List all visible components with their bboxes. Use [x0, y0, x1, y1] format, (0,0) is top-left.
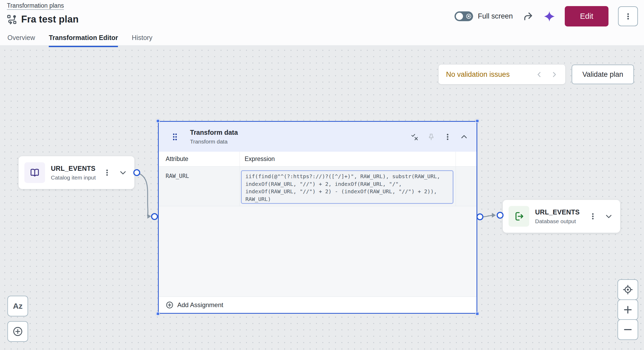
transform-node[interactable]: Transform data Transform data [158, 121, 477, 314]
pin-button[interactable] [427, 133, 435, 141]
validation-status-pill: No validation issues [439, 65, 565, 84]
database-output-icon-box [509, 206, 529, 227]
tab-bar: Overview Transformation Editor History [7, 34, 152, 47]
plan-icon [6, 14, 17, 25]
chevron-down-icon [605, 212, 613, 220]
input-node-texts: URL_EVENTS Catalog item input [51, 165, 96, 181]
book-icon [29, 167, 40, 178]
input-node-subtitle: Catalog item input [51, 174, 96, 181]
share-button[interactable] [522, 11, 534, 22]
transform-node-toolbar [411, 133, 477, 141]
selection-handle[interactable] [475, 312, 479, 316]
attribute-cell: RAW_URL [159, 167, 240, 206]
fullscreen-label: Full screen [478, 12, 513, 20]
tab-transformation-editor[interactable]: Transformation Editor [49, 34, 118, 47]
validation-issue-nav [536, 71, 558, 78]
validation-toggle-button[interactable] [411, 133, 419, 141]
output-node-subtitle: Database output [535, 218, 580, 225]
share-icon [522, 11, 534, 22]
validate-plan-button[interactable]: Validate plan [572, 65, 634, 84]
transform-node-output-port[interactable] [477, 213, 483, 220]
collapse-node-button[interactable] [460, 133, 468, 141]
expression-editor[interactable]: iif(find(@"^(?:https?://)?([^/]+)", RAW_… [241, 170, 453, 204]
previous-issue-button[interactable] [536, 71, 543, 78]
column-header-attribute: Attribute [159, 152, 240, 166]
recenter-button[interactable] [617, 279, 638, 300]
sparkle-icon [544, 11, 555, 22]
input-node-actions [103, 169, 127, 177]
add-node-button[interactable] [7, 321, 28, 342]
ai-assist-button[interactable] [544, 11, 555, 22]
row-actions-cell [456, 167, 477, 206]
selection-handle[interactable] [475, 119, 479, 123]
chevron-up-icon [460, 133, 468, 141]
assignment-table-header: Attribute Expression [159, 152, 477, 167]
output-node-expand-button[interactable] [605, 212, 613, 220]
check-x-icon [411, 133, 419, 141]
page-title: Fra test plan [21, 14, 79, 25]
pin-icon [427, 133, 435, 141]
zoom-in-button[interactable] [617, 299, 638, 320]
connector-arrowhead [492, 213, 496, 218]
add-assignment-label: Add Assignment [177, 301, 223, 309]
page-header: Transformation plans Fra test plan Overv… [0, 0, 644, 46]
kebab-icon [589, 212, 597, 220]
output-node-menu-button[interactable] [589, 212, 597, 220]
input-node-menu-button[interactable] [103, 169, 111, 177]
selection-handle[interactable] [156, 119, 160, 123]
chevron-right-icon [551, 71, 558, 78]
column-header-expression: Expression [240, 152, 456, 166]
catalog-input-icon-box [24, 162, 45, 183]
chevron-left-icon [536, 71, 543, 78]
transform-node-header: Transform data Transform data [159, 122, 477, 152]
fullscreen-toggle[interactable] [455, 11, 473, 21]
column-header-actions [456, 152, 477, 166]
toggle-knob [456, 13, 463, 20]
next-issue-button[interactable] [551, 71, 558, 78]
kebab-icon [624, 12, 632, 20]
plus-circle-icon [166, 301, 174, 309]
drag-handle[interactable] [172, 133, 178, 141]
connector-transform-to-output [483, 215, 492, 217]
assignment-table-empty-area [159, 206, 477, 297]
export-icon [513, 211, 524, 222]
validation-message: No validation issues [446, 70, 510, 79]
input-node-title: URL_EVENTS [51, 165, 96, 172]
transform-node-menu-button[interactable] [444, 133, 452, 141]
input-node-card[interactable]: URL_EVENTS Catalog item input [19, 156, 134, 189]
toggle-x-icon [466, 14, 471, 19]
transform-node-subtitle: Transform data [190, 138, 238, 145]
sort-layout-button[interactable]: Az [7, 296, 28, 316]
breadcrumb[interactable]: Transformation plans [7, 2, 64, 9]
tab-history[interactable]: History [132, 34, 152, 47]
flow-canvas[interactable]: No validation issues Validate plan URL_ [0, 46, 644, 350]
kebab-icon [444, 133, 452, 141]
output-node-card[interactable]: URL_EVENTS Database output [503, 200, 620, 233]
output-node-input-port[interactable] [497, 212, 504, 219]
header-actions: Full screen Edit [455, 6, 638, 26]
input-node-output-port[interactable] [133, 169, 140, 176]
output-node-texts: URL_EVENTS Database output [535, 208, 580, 225]
selection-handle[interactable] [156, 312, 160, 316]
output-node-actions [589, 212, 613, 220]
kebab-icon [103, 169, 111, 177]
assignment-row: RAW_URL iif(find(@"^(?:https?://)?([^/]+… [159, 167, 477, 206]
edit-button[interactable]: Edit [565, 6, 608, 26]
transformation-plan-screen: Transformation plans Fra test plan Overv… [0, 0, 644, 350]
add-assignment-button[interactable]: Add Assignment [159, 297, 477, 313]
more-options-button[interactable] [618, 6, 638, 26]
tab-overview[interactable]: Overview [7, 34, 35, 47]
fullscreen-toggle-group: Full screen [455, 11, 513, 21]
expression-cell: iif(find(@"^(?:https?://)?([^/]+)", RAW_… [240, 167, 456, 206]
connector-arrowhead [147, 214, 151, 219]
zoom-out-button[interactable] [617, 319, 638, 340]
transform-node-input-port[interactable] [151, 213, 158, 220]
zoom-out-icon [623, 324, 633, 335]
output-node-title: URL_EVENTS [535, 208, 580, 216]
plus-circle-icon [12, 326, 23, 337]
connector-input-to-transform [137, 173, 148, 216]
title-row: Fra test plan [6, 14, 79, 25]
transform-node-texts: Transform data Transform data [190, 129, 238, 145]
input-node-expand-button[interactable] [119, 169, 127, 177]
drag-handle-icon [172, 133, 178, 141]
